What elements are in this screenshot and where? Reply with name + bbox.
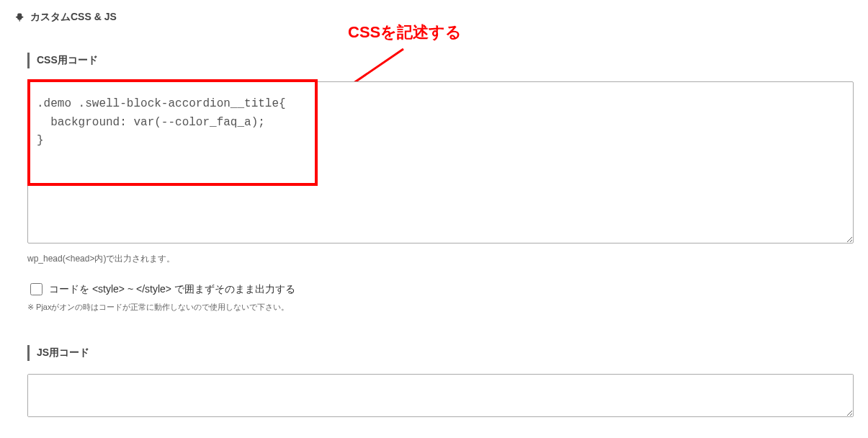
js-section-label: JS用コード <box>27 345 854 361</box>
js-code-textarea[interactable] <box>27 374 854 417</box>
pin-icon <box>14 12 26 23</box>
pjax-note: ※ Pjaxがオンの時はコードが正常に動作しないので使用しないで下さい。 <box>27 302 854 313</box>
css-hint: wp_head(<head>内)で出力されます。 <box>27 253 854 265</box>
raw-output-checkbox-row[interactable]: コードを <style> ~ </style> で囲まずそのまま出力する <box>27 281 854 298</box>
annotation-label: CSSを記述する <box>348 22 462 43</box>
css-section-label: CSS用コード <box>27 53 854 68</box>
raw-output-label: コードを <style> ~ </style> で囲まずそのまま出力する <box>49 283 295 296</box>
panel-title-text: カスタムCSS & JS <box>30 11 117 24</box>
raw-output-checkbox[interactable] <box>30 283 42 295</box>
css-code-textarea[interactable] <box>27 81 854 243</box>
